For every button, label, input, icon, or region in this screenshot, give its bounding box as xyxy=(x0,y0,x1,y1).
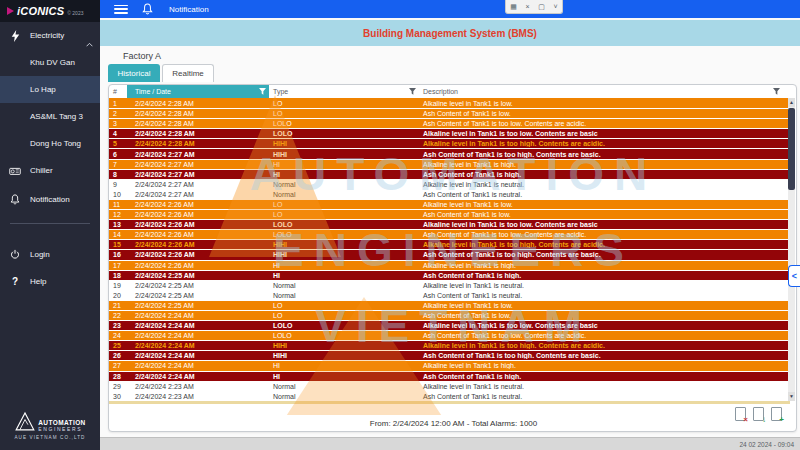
table-row[interactable]: 72/24/2024 2:27 AMHIAlkaline level in Ta… xyxy=(109,159,790,169)
row-number: 5 xyxy=(109,140,127,147)
monitor-icon[interactable]: ▢ xyxy=(538,3,545,10)
row-description: Ash Content of Tank1 is too low. Content… xyxy=(419,231,790,238)
window-tools: ▦ × ▢ ˅ xyxy=(505,0,563,14)
table-row[interactable]: 142/24/2024 2:26 AMLOLOAsh Content of Ta… xyxy=(109,229,790,239)
table-row[interactable]: 32/24/2024 2:28 AMLOLOAsh Content of Tan… xyxy=(109,118,790,128)
row-type: LO xyxy=(269,110,419,117)
row-number: 8 xyxy=(109,171,127,178)
row-description: Alkaline level in Tank1 is high. xyxy=(419,362,790,369)
table-row[interactable]: 252/24/2024 2:24 AMHIHIAlkaline level in… xyxy=(109,340,790,350)
notification-bell-icon[interactable] xyxy=(142,3,153,15)
table-row[interactable]: 272/24/2024 2:24 AMHIAlkaline level in T… xyxy=(109,360,790,370)
row-type: LO xyxy=(269,302,419,309)
table-row[interactable]: 292/24/2024 2:23 AMNormalAlkaline level … xyxy=(109,381,790,391)
table-row[interactable]: 162/24/2024 2:26 AMHIHIAsh Content of Ta… xyxy=(109,249,790,259)
vertical-scrollbar[interactable]: ▲ ▼ xyxy=(788,98,795,401)
row-number: 22 xyxy=(109,312,127,319)
alarm-rows: 12/24/2024 2:28 AMLOAlkaline level in Ta… xyxy=(109,98,790,401)
tab-realtime[interactable]: Realtime xyxy=(162,64,214,82)
table-row[interactable]: 42/24/2024 2:28 AMLOLOAlkaline level in … xyxy=(109,128,790,138)
row-number: 23 xyxy=(109,322,127,329)
row-time: 2/24/2024 2:24 AM xyxy=(127,352,269,359)
column-header-time[interactable]: Time / Date xyxy=(127,85,269,98)
row-time: 2/24/2024 2:27 AM xyxy=(127,181,269,188)
banner: Building Management System (BMS) xyxy=(100,20,800,46)
sidebar-item-login[interactable]: Login xyxy=(0,241,100,268)
partial-row xyxy=(109,401,790,404)
row-description: Alkaline level in Tank1 is high. xyxy=(419,161,790,168)
row-number: 28 xyxy=(109,373,127,380)
sidebar-item-label: Dong Ho Tong xyxy=(30,139,81,148)
sidebar-item-khu-dv-gan[interactable]: Khu DV Gan xyxy=(0,49,100,76)
row-time: 2/24/2024 2:24 AM xyxy=(127,342,269,349)
row-description: Alkaline level in Tank1 is too low. Cont… xyxy=(419,221,790,228)
close-icon[interactable]: × xyxy=(526,3,530,10)
row-description: Ash Content of Tank1 is high. xyxy=(419,272,790,279)
sidebar-item-electricity[interactable]: Electricity xyxy=(0,22,100,49)
filter-icon[interactable] xyxy=(409,88,416,96)
row-type: Normal xyxy=(269,191,419,198)
table-row[interactable]: 232/24/2024 2:24 AMLOLOAlkaline level in… xyxy=(109,320,790,330)
row-time: 2/24/2024 2:23 AM xyxy=(127,393,269,400)
scrollbar-thumb[interactable] xyxy=(788,108,795,190)
table-row[interactable]: 172/24/2024 2:26 AMHIAlkaline level in T… xyxy=(109,260,790,270)
column-header-type[interactable]: Type xyxy=(269,85,419,98)
grid-icon[interactable]: ▦ xyxy=(510,3,517,10)
table-row[interactable]: 82/24/2024 2:27 AMHIAsh Content of Tank1… xyxy=(109,169,790,179)
row-type: Normal xyxy=(269,393,419,400)
scroll-up-icon[interactable]: ▲ xyxy=(788,98,795,107)
table-row[interactable]: 262/24/2024 2:24 AMHIHIAsh Content of Ta… xyxy=(109,350,790,360)
sidebar-item-lo-hap[interactable]: Lo Hap xyxy=(0,76,100,103)
sidebar-item-help[interactable]: ? Help xyxy=(0,268,100,295)
row-time: 2/24/2024 2:24 AM xyxy=(127,322,269,329)
row-number: 15 xyxy=(109,241,127,248)
table-row[interactable]: 22/24/2024 2:28 AMLOAsh Content of Tank1… xyxy=(109,108,790,118)
table-row[interactable]: 52/24/2024 2:28 AMHIHIAlkaline level in … xyxy=(109,138,790,148)
table-row[interactable]: 212/24/2024 2:25 AMLOAlkaline level in T… xyxy=(109,300,790,310)
row-number: 9 xyxy=(109,181,127,188)
sidebar-item-label: Chiller xyxy=(30,166,53,175)
row-type: LO xyxy=(269,201,419,208)
table-row[interactable]: 302/24/2024 2:23 AMNormalAsh Content of … xyxy=(109,391,790,401)
table-row[interactable]: 152/24/2024 2:26 AMHIHIAlkaline level in… xyxy=(109,239,790,249)
row-description: Ash Content of Tank1 is too low. Content… xyxy=(419,332,790,339)
sidebar: iCONICS © 2023 Electricity Khu DV Gan Lo… xyxy=(0,0,100,450)
panel-collapse-handle[interactable]: < xyxy=(788,265,800,287)
sidebar-item-notification[interactable]: Notification xyxy=(0,186,100,213)
sidebar-item-asml-tang-3[interactable]: AS&ML Tang 3 xyxy=(0,103,100,130)
filter-icon[interactable] xyxy=(773,88,780,96)
table-row[interactable]: 12/24/2024 2:28 AMLOAlkaline level in Ta… xyxy=(109,98,790,108)
table-row[interactable]: 112/24/2024 2:26 AMLOAlkaline level in T… xyxy=(109,199,790,209)
row-type: HIHI xyxy=(269,140,419,147)
table-row[interactable]: 222/24/2024 2:24 AMLOAsh Content of Tank… xyxy=(109,310,790,320)
row-type: Normal xyxy=(269,383,419,390)
table-row[interactable]: 182/24/2024 2:25 AMHIAsh Content of Tank… xyxy=(109,270,790,280)
row-type: HIHI xyxy=(269,352,419,359)
table-row[interactable]: 132/24/2024 2:26 AMLOLOAlkaline level in… xyxy=(109,219,790,229)
table-row[interactable]: 92/24/2024 2:27 AMNormalAlkaline level i… xyxy=(109,179,790,189)
brand-name: iCONICS xyxy=(17,5,64,17)
table-row[interactable]: 282/24/2024 2:24 AMHIAsh Content of Tank… xyxy=(109,371,790,381)
tab-historical[interactable]: Historical xyxy=(108,64,160,82)
table-row[interactable]: 122/24/2024 2:26 AMLOAsh Content of Tank… xyxy=(109,209,790,219)
table-row[interactable]: 242/24/2024 2:24 AMLOLOAsh Content of Ta… xyxy=(109,330,790,340)
table-row[interactable]: 62/24/2024 2:27 AMHIHIAsh Content of Tan… xyxy=(109,148,790,158)
table-row[interactable]: 202/24/2024 2:25 AMNormalAsh Content of … xyxy=(109,290,790,300)
sidebar-item-label: Electricity xyxy=(30,31,64,40)
hamburger-menu-icon[interactable] xyxy=(114,5,128,14)
column-header-description[interactable]: Description xyxy=(419,85,790,98)
sidebar-item-chiller[interactable]: Chiller xyxy=(0,157,100,184)
filter-icon[interactable] xyxy=(259,88,266,96)
table-row[interactable]: 102/24/2024 2:27 AMNormalAsh Content of … xyxy=(109,189,790,199)
row-number: 12 xyxy=(109,211,127,218)
scroll-down-icon[interactable]: ▼ xyxy=(788,392,795,401)
chevron-down-icon[interactable]: ˅ xyxy=(554,3,558,10)
row-description: Alkaline level in Tank1 is low. xyxy=(419,201,790,208)
row-type: Normal xyxy=(269,282,419,289)
table-row[interactable]: 192/24/2024 2:25 AMNormalAlkaline level … xyxy=(109,280,790,290)
sidebar-item-dong-ho-tong[interactable]: Dong Ho Tong xyxy=(0,130,100,157)
row-number: 30 xyxy=(109,393,127,400)
column-header-number[interactable]: # xyxy=(109,85,127,98)
row-time: 2/24/2024 2:27 AM xyxy=(127,171,269,178)
row-number: 6 xyxy=(109,151,127,158)
